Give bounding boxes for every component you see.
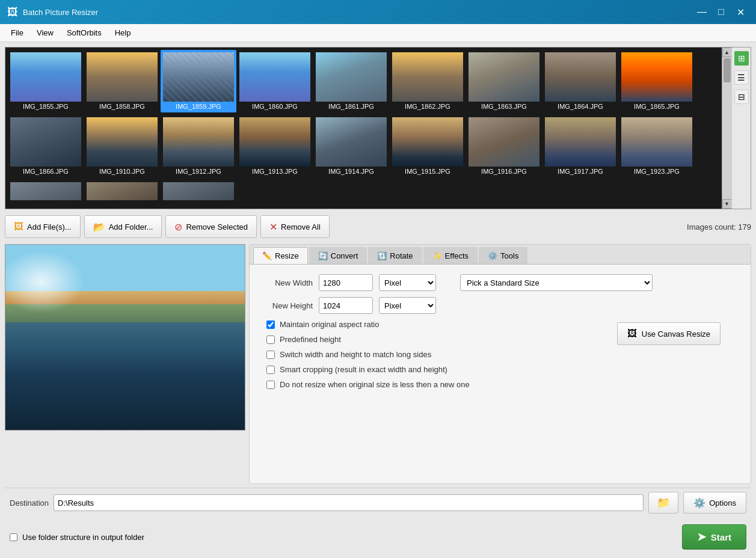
img1855-label: IMG_1855.JPG xyxy=(23,103,69,110)
gallery-container: IMG_1855.JPG IMG_1858.JPG IMG_1859.JPG I… xyxy=(5,47,751,209)
remove-all-label: Remove All xyxy=(281,222,321,231)
smart-cropping-label[interactable]: Smart cropping (result in exact width an… xyxy=(280,365,447,374)
list-view-button[interactable]: ☰ xyxy=(734,70,749,85)
maintain-aspect-label[interactable]: Maintain original aspect ratio xyxy=(280,320,379,329)
width-input[interactable] xyxy=(319,274,373,291)
folder-structure-checkbox[interactable] xyxy=(10,533,17,541)
menubar: File View SoftOrbits Help xyxy=(0,24,756,42)
gallery-item-img1917[interactable]: IMG_1917.JPG xyxy=(542,115,618,177)
gallery-item-img1915[interactable]: IMG_1915.JPG xyxy=(390,115,466,177)
canvas-resize-button[interactable]: 🖼 Use Canvas Resize xyxy=(617,322,721,345)
width-unit-select[interactable]: Pixel Percent cm inch xyxy=(379,274,436,291)
browse-button[interactable]: 📁 xyxy=(648,492,678,514)
height-input[interactable] xyxy=(319,297,373,314)
gallery-item-img1864[interactable]: IMG_1864.JPG xyxy=(542,50,618,112)
standard-size-select[interactable]: Pick a Standard Size 800x600 1024x768 12… xyxy=(460,274,653,291)
tabs-bar: ✏️ Resize 🔄 Convert 🔃 Rotate ✨ Effects ⚙… xyxy=(250,245,751,265)
maintain-aspect-checkbox[interactable] xyxy=(266,320,275,329)
scroll-up-arrow[interactable]: ▲ xyxy=(722,48,732,57)
gallery-item-img1860[interactable]: IMG_1860.JPG xyxy=(237,50,313,112)
gallery-item-img1859[interactable]: IMG_1859.JPG xyxy=(161,50,236,112)
scroll-thumb[interactable] xyxy=(724,58,731,82)
effects-tab-icon: ✨ xyxy=(432,251,442,260)
gallery-scrollbar[interactable]: ▲ ▼ xyxy=(722,48,731,209)
remove-selected-button[interactable]: ⊘ Remove Selected xyxy=(165,215,257,238)
gallery-item-row3-3[interactable] xyxy=(161,180,236,203)
start-button[interactable]: ➤ Start xyxy=(682,524,746,550)
folder-structure-label[interactable]: Use folder structure in output folder xyxy=(22,533,144,542)
options-button[interactable]: ⚙️ Options xyxy=(683,492,746,514)
smart-cropping-checkbox[interactable] xyxy=(266,366,275,374)
predefined-height-label[interactable]: Predefined height xyxy=(280,335,341,344)
height-unit-select[interactable]: Pixel Percent cm inch xyxy=(379,297,436,314)
gallery-inner: IMG_1855.JPG IMG_1858.JPG IMG_1859.JPG I… xyxy=(5,48,722,209)
gallery-item-img1862[interactable]: IMG_1862.JPG xyxy=(390,50,466,112)
thumbnail-view-button[interactable]: ⊞ xyxy=(734,51,749,66)
grid-view-button[interactable]: ⊟ xyxy=(734,90,749,104)
gallery-item-img1863[interactable]: IMG_1863.JPG xyxy=(466,50,542,112)
images-count-value: 179 xyxy=(738,222,751,231)
gallery-item-img1913[interactable]: IMG_1913.JPG xyxy=(237,115,313,177)
remove-selected-icon: ⊘ xyxy=(174,221,182,233)
predefined-height-checkbox[interactable] xyxy=(266,336,275,344)
right-panel: ✏️ Resize 🔄 Convert 🔃 Rotate ✨ Effects ⚙… xyxy=(249,244,751,484)
effects-tab-label: Effects xyxy=(445,251,469,260)
images-count: Images count: 179 xyxy=(687,222,751,231)
gallery-item-row3-1[interactable] xyxy=(8,180,84,203)
remove-all-icon: ✕ xyxy=(269,221,277,233)
gallery-view-icons: ⊞ ☰ ⊟ xyxy=(731,48,751,209)
switch-dimensions-checkbox[interactable] xyxy=(266,351,275,359)
rotate-tab-label: Rotate xyxy=(390,251,413,260)
close-button[interactable]: ✕ xyxy=(732,4,749,20)
add-folder-icon: 📂 xyxy=(93,221,105,233)
no-upscale-label[interactable]: Do not resize when original size is less… xyxy=(280,380,470,389)
menu-view[interactable]: View xyxy=(31,26,60,40)
maximize-button[interactable]: □ xyxy=(713,4,730,20)
maintain-aspect-row: Maintain original aspect ratio xyxy=(262,320,617,329)
gallery-item-img1861[interactable]: IMG_1861.JPG xyxy=(313,50,389,112)
preview-container xyxy=(5,244,245,431)
switch-dimensions-label[interactable]: Switch width and height to match long si… xyxy=(280,350,431,359)
tab-effects[interactable]: ✨ Effects xyxy=(423,247,478,264)
menu-help[interactable]: Help xyxy=(109,26,137,40)
gallery-item-img1923[interactable]: IMG_1923.JPG xyxy=(619,115,695,177)
gallery-item-row3-2[interactable] xyxy=(84,180,160,203)
canvas-resize-label: Use Canvas Resize xyxy=(642,330,710,339)
add-folder-button[interactable]: 📂 Add Folder... xyxy=(84,215,162,238)
gallery-item-img1916[interactable]: IMG_1916.JPG xyxy=(466,115,542,177)
tab-rotate[interactable]: 🔃 Rotate xyxy=(368,247,422,264)
img1915-label: IMG_1915.JPG xyxy=(405,168,450,175)
gallery-row-1: IMG_1855.JPG IMG_1858.JPG IMG_1859.JPG I… xyxy=(5,48,722,112)
gallery-item-img1866[interactable]: IMG_1866.JPG xyxy=(8,115,84,177)
add-files-button[interactable]: 🖼 Add File(s)... xyxy=(5,215,81,238)
img1910-label: IMG_1910.JPG xyxy=(99,168,145,175)
gallery-item-img1865[interactable]: IMG_1865.JPG xyxy=(619,50,695,112)
add-files-icon: 🖼 xyxy=(14,221,23,232)
tab-resize[interactable]: ✏️ Resize xyxy=(253,247,308,264)
destination-input[interactable] xyxy=(54,494,644,511)
tab-tools[interactable]: ⚙️ Tools xyxy=(479,247,527,264)
checkboxes-column: Maintain original aspect ratio Predefine… xyxy=(262,320,617,395)
img1865-label: IMG_1865.JPG xyxy=(634,103,680,110)
remove-all-button[interactable]: ✕ Remove All xyxy=(260,215,330,238)
img1860-label: IMG_1860.JPG xyxy=(252,103,298,110)
img1866-label: IMG_1866.JPG xyxy=(23,168,69,175)
gallery-item-img1858[interactable]: IMG_1858.JPG xyxy=(84,50,160,112)
tab-convert[interactable]: 🔄 Convert xyxy=(309,247,367,264)
minimize-button[interactable]: — xyxy=(693,4,710,20)
images-count-label: Images count: xyxy=(687,222,736,231)
no-upscale-checkbox[interactable] xyxy=(266,381,275,389)
gallery-item-img1910[interactable]: IMG_1910.JPG xyxy=(84,115,160,177)
rotate-tab-icon: 🔃 xyxy=(377,251,387,260)
gallery-item-img1912[interactable]: IMG_1912.JPG xyxy=(161,115,236,177)
gallery-item-img1855[interactable]: IMG_1855.JPG xyxy=(8,50,84,112)
menu-file[interactable]: File xyxy=(5,26,29,40)
menu-softorbits[interactable]: SoftOrbits xyxy=(61,26,108,40)
img1914-label: IMG_1914.JPG xyxy=(328,168,374,175)
img1862-label: IMG_1862.JPG xyxy=(405,103,450,110)
toolbar: 🖼 Add File(s)... 📂 Add Folder... ⊘ Remov… xyxy=(5,213,751,241)
titlebar: 🖼 Batch Picture Resizer — □ ✕ xyxy=(0,0,756,24)
footer: Use folder structure in output folder ➤ … xyxy=(5,521,751,553)
scroll-down-arrow[interactable]: ▼ xyxy=(722,199,732,209)
gallery-item-img1914[interactable]: IMG_1914.JPG xyxy=(313,115,389,177)
